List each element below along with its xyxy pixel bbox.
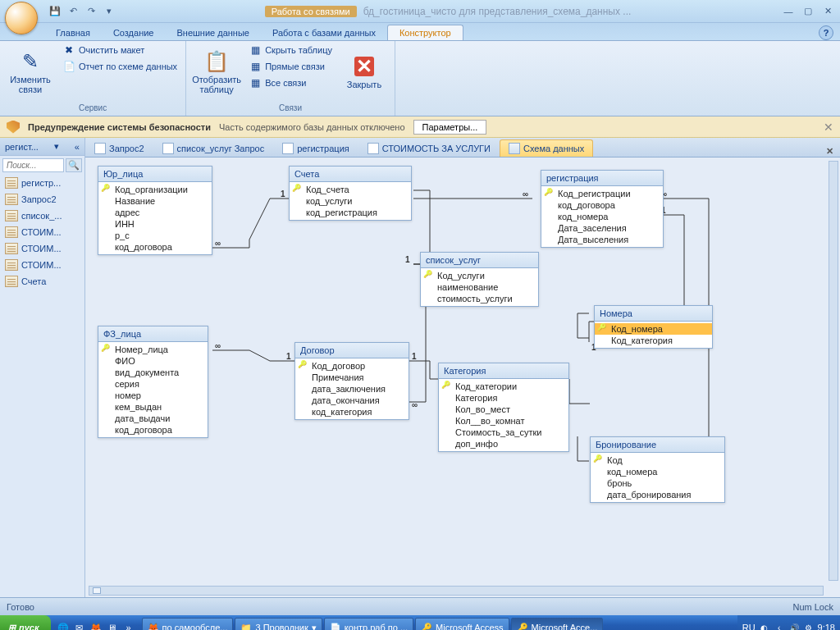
tab-service-list[interactable]: список_услуг Запрос — [153, 139, 274, 157]
field[interactable]: Код_регистрации — [541, 188, 663, 199]
tray-expand-icon[interactable]: ‹ — [774, 622, 785, 630]
tray-icon2[interactable]: 🔊 — [788, 622, 800, 630]
field[interactable]: код_номера — [541, 211, 663, 222]
field[interactable]: ФИО — [98, 355, 208, 367]
field[interactable]: серия — [98, 378, 208, 390]
start-button[interactable]: ⊞пуск — [0, 615, 51, 630]
taskbar-item-5[interactable]: 🔑 Microsoft Acce... — [511, 618, 604, 630]
relation-report-button[interactable]: 📄Отчет по схеме данных — [59, 59, 180, 74]
vertical-scrollbar[interactable] — [829, 161, 838, 581]
ie-icon[interactable]: 🌐 — [56, 620, 71, 630]
table-kategoria-title[interactable]: Категория — [439, 363, 568, 379]
nav-item[interactable]: СТОИМ... — [0, 257, 84, 273]
chevron-down-icon[interactable]: ▾ — [54, 141, 59, 152]
tab-close-icon[interactable]: ✕ — [819, 146, 840, 157]
firefox-icon[interactable]: 🦊 — [89, 620, 103, 630]
field[interactable]: Код_организации — [98, 184, 212, 195]
nav-item[interactable]: список_... — [0, 208, 84, 224]
tray-icon3[interactable]: ⚙ — [803, 622, 815, 630]
taskbar-item-4[interactable]: 🔑 Microsoft Access — [415, 618, 509, 630]
nav-item[interactable]: Запрос2 — [0, 191, 84, 208]
lang-indicator[interactable]: RU — [742, 623, 756, 630]
field[interactable]: Номер_лица — [98, 344, 208, 355]
office-button[interactable] — [5, 2, 38, 34]
field[interactable]: код_договора — [98, 424, 208, 436]
nav-item[interactable]: СТОИМ... — [0, 240, 84, 257]
field[interactable]: адрес — [98, 207, 212, 218]
table-reg-title[interactable]: регистрация — [541, 171, 663, 186]
field[interactable]: Дата_заселения — [541, 222, 663, 234]
tab-create[interactable]: Создание — [102, 25, 166, 40]
save-icon[interactable]: 💾 — [48, 4, 62, 19]
table-spisok-title[interactable]: список_услуг — [421, 253, 538, 268]
field[interactable]: Категория — [439, 392, 568, 404]
undo-icon[interactable]: ↶ — [66, 4, 80, 19]
field[interactable]: Код_услуги — [421, 270, 538, 281]
field[interactable]: ИНН — [98, 218, 212, 230]
field[interactable]: номер — [98, 390, 208, 401]
field[interactable]: Код_номера — [595, 323, 712, 335]
taskbar-item-3[interactable]: 📄 контр.раб по ... — [324, 618, 413, 630]
field[interactable]: код_категория — [295, 406, 409, 418]
all-relations-button[interactable]: ▦Все связи — [245, 75, 336, 90]
nav-item[interactable]: Счета — [0, 273, 84, 290]
field[interactable]: Примечания — [295, 372, 409, 383]
search-icon[interactable]: 🔍 — [66, 158, 82, 172]
table-nomera-title[interactable]: Номера — [595, 306, 712, 322]
field[interactable]: код_регистрация — [290, 207, 411, 218]
field[interactable]: кем_выдан — [98, 401, 208, 413]
field[interactable]: Код_счета — [290, 184, 411, 195]
security-options-button[interactable]: Параметры... — [413, 120, 487, 135]
field[interactable]: Дата_выселения — [541, 234, 663, 245]
mail-icon[interactable]: ✉ — [72, 620, 87, 630]
field[interactable]: дата_бронирования — [591, 489, 724, 500]
horizontal-scrollbar[interactable] — [89, 586, 824, 596]
field[interactable]: код_договора — [98, 241, 212, 253]
table-dogovor-title[interactable]: Договор — [295, 343, 409, 358]
field[interactable]: бронь — [591, 477, 724, 489]
redo-icon[interactable]: ↷ — [84, 4, 98, 19]
table-scheta-title[interactable]: Счета — [290, 167, 411, 182]
restore-icon[interactable]: ▢ — [799, 5, 817, 18]
field[interactable]: стоимость_услуги — [421, 293, 538, 304]
desktop-icon[interactable]: 🖥 — [105, 620, 120, 630]
tab-schema[interactable]: Схема данных — [500, 139, 593, 157]
field[interactable]: Код — [591, 454, 724, 466]
tab-cost[interactable]: СТОИМОСТЬ ЗА УСЛУГИ — [358, 139, 500, 157]
tab-home[interactable]: Главная — [44, 25, 102, 40]
tab-query2[interactable]: Запрос2 — [85, 139, 153, 157]
more-icon[interactable]: » — [121, 620, 136, 630]
field[interactable]: Кол__во_комнат — [439, 415, 568, 427]
close-icon[interactable]: ✕ — [819, 5, 837, 18]
tab-dbtools[interactable]: Работа с базами данных — [261, 25, 387, 40]
table-bron-title[interactable]: Бронирование — [591, 437, 724, 453]
nav-item[interactable]: СТОИМ... — [0, 224, 84, 240]
security-close-icon[interactable]: ✕ — [824, 121, 833, 134]
table-yur-title[interactable]: Юр_лица — [98, 167, 212, 182]
field[interactable]: код_услуги — [290, 195, 411, 207]
show-table-button[interactable]: 📋 Отобразить таблицу — [191, 43, 242, 100]
field[interactable]: код_договора — [541, 199, 663, 211]
nav-header[interactable]: регист... ▾ « — [0, 138, 84, 156]
nav-search-input[interactable] — [2, 158, 64, 172]
tab-external[interactable]: Внешние данные — [166, 25, 261, 40]
field[interactable]: Код_категории — [439, 381, 568, 392]
field[interactable]: наименование — [421, 281, 538, 293]
hide-table-button[interactable]: ▦Скрыть таблицу — [245, 43, 336, 57]
clock[interactable]: 9:18 — [818, 623, 835, 630]
clear-layout-button[interactable]: ✖Очистить макет — [59, 43, 180, 57]
collapse-icon[interactable]: « — [75, 142, 80, 152]
taskbar-item-1[interactable]: 🦊 по самообсле... — [142, 618, 234, 630]
qat-more-icon[interactable]: ▾ — [102, 4, 116, 19]
nav-item[interactable]: регистр... — [0, 175, 84, 191]
field[interactable]: дата_окончания — [295, 395, 409, 406]
field[interactable]: Код_договор — [295, 360, 409, 372]
minimize-icon[interactable]: — — [779, 5, 797, 18]
field[interactable]: Название — [98, 195, 212, 207]
help-icon[interactable]: ? — [819, 25, 833, 40]
direct-relations-button[interactable]: ▦Прямые связи — [245, 59, 336, 74]
field[interactable]: дата_выдачи — [98, 413, 208, 424]
edit-relations-button[interactable]: ✎ Изменить связи — [5, 43, 56, 100]
field[interactable]: доп_инфо — [439, 438, 568, 450]
tray-icon[interactable]: ◐ — [759, 622, 770, 630]
